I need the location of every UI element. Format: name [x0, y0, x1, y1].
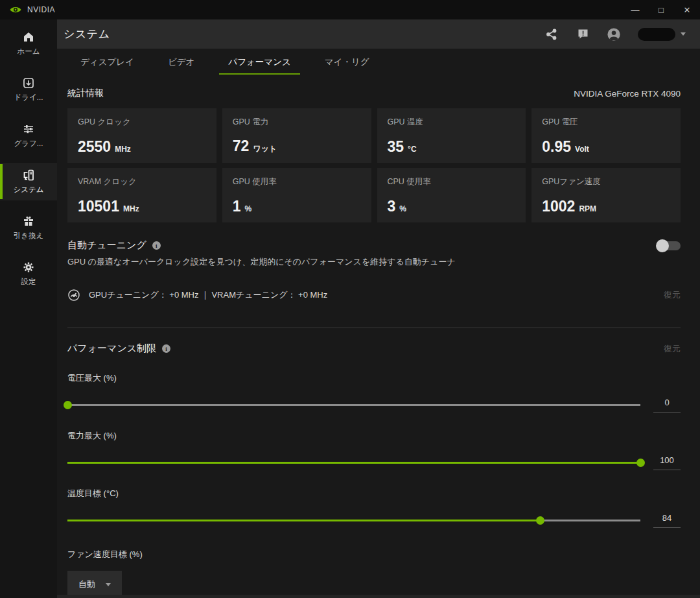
tab-video[interactable]: ビデオ [151, 49, 211, 76]
stats-section-title: 統計情報 [67, 88, 104, 99]
stat-card-gpu-power: GPU 電力 72ワット [222, 108, 371, 163]
sidebar-item-drivers[interactable]: ドライ... [0, 71, 57, 108]
temp-target-slider-group: 温度目標 (°C) 84 [67, 488, 681, 528]
tab-my-rig[interactable]: マイ・リグ [308, 49, 386, 76]
settings-gear-icon [22, 261, 35, 274]
slider-label: 温度目標 (°C) [67, 488, 681, 499]
graphics-sliders-icon [22, 123, 35, 136]
stat-card-gpu-clock: GPU クロック 2550MHz [67, 108, 216, 163]
slider-label: 電圧最大 (%) [67, 372, 681, 384]
power-max-value[interactable]: 100 [653, 455, 681, 470]
stat-card-gpu-fan-speed: GPUファン速度 1002RPM [531, 168, 681, 222]
performance-limits-title: パフォーマンス制限 [67, 342, 156, 355]
account-name-redacted [638, 28, 675, 41]
stats-cards-grid: GPU クロック 2550MHz GPU 電力 72ワット GPU 温度 35°… [67, 108, 681, 222]
section-divider [67, 328, 681, 328]
auto-tuning-section: 自動チューニング i GPU の最適なオーバークロック設定を見つけ、定期的にその… [67, 239, 681, 302]
driver-download-icon [22, 77, 35, 90]
sidebar-item-graphics[interactable]: グラフ... [0, 117, 57, 154]
performance-limits-restore-button[interactable]: 復元 [664, 343, 681, 355]
auto-tuning-title: 自動チューニング [67, 239, 146, 252]
stat-card-gpu-temp: GPU 温度 35°C [377, 108, 526, 163]
redeem-gift-icon [22, 215, 35, 228]
feedback-icon[interactable] [576, 27, 590, 42]
fan-speed-target-group: ファン速度目標 (%) 自動 [67, 549, 681, 598]
chevron-down-icon [106, 583, 111, 586]
home-icon [22, 30, 35, 43]
title-bar: NVIDIA — □ ✕ [0, 0, 700, 19]
account-menu[interactable] [638, 28, 686, 41]
fan-speed-label: ファン速度目標 (%) [67, 549, 681, 560]
tab-performance[interactable]: パフォーマンス [211, 49, 307, 76]
maximize-button[interactable]: □ [656, 6, 666, 14]
voltage-max-slider[interactable] [67, 401, 640, 409]
next-section-edge [57, 595, 700, 598]
stat-card-gpu-voltage: GPU 電圧 0.95Volt [531, 108, 681, 163]
sidebar-item-redeem[interactable]: 引き換え [0, 209, 57, 246]
temp-target-slider[interactable] [67, 516, 640, 525]
slider-knob[interactable] [636, 459, 645, 467]
chevron-down-icon [681, 32, 686, 36]
info-icon[interactable]: i [162, 344, 170, 353]
sidebar-item-home[interactable]: ホーム [0, 25, 57, 62]
auto-tuning-toggle[interactable] [656, 241, 681, 251]
gpu-name: NVIDIA GeForce RTX 4090 [574, 89, 681, 99]
fan-mode-selected: 自動 [78, 579, 95, 590]
minimize-button[interactable]: — [630, 6, 640, 14]
voltage-max-value[interactable]: 0 [653, 398, 681, 413]
auto-tuning-restore-button[interactable]: 復元 [664, 289, 681, 301]
performance-panel: 統計情報 NVIDIA GeForce RTX 4090 GPU クロック 25… [57, 76, 700, 598]
page-title: システム [64, 27, 110, 42]
app-title: NVIDIA [27, 5, 55, 14]
gauge-icon [67, 289, 80, 302]
slider-knob[interactable] [64, 401, 72, 409]
stat-card-gpu-usage: GPU 使用率 1% [222, 168, 371, 222]
nvidia-logo-icon [9, 5, 22, 14]
tab-display[interactable]: ディスプレイ [64, 49, 151, 76]
close-button[interactable]: ✕ [682, 6, 692, 14]
power-max-slider-group: 電力最大 (%) 100 [67, 430, 681, 470]
tuning-status: GPUチューニング： +0 MHz ｜ VRAMチューニング： +0 MHz [89, 289, 327, 301]
sidebar-item-settings[interactable]: 設定 [0, 255, 57, 293]
tab-bar: ディスプレイ ビデオ パフォーマンス マイ・リグ [57, 49, 700, 76]
slider-knob[interactable] [536, 516, 544, 525]
power-max-slider[interactable] [67, 459, 640, 467]
slider-label: 電力最大 (%) [67, 430, 681, 442]
share-icon[interactable] [544, 27, 559, 42]
voltage-max-slider-group: 電圧最大 (%) 0 [67, 372, 681, 413]
sidebar-item-system[interactable]: システム [0, 163, 57, 200]
sidebar: ホーム ドライ... グラフ... システム [0, 19, 57, 598]
system-icon [22, 169, 35, 182]
fan-mode-dropdown[interactable]: 自動 [67, 571, 122, 598]
auto-tuning-description: GPU の最適なオーバークロック設定を見つけ、定期的にそのパフォーマンスを維持す… [67, 256, 681, 268]
stat-card-cpu-usage: CPU 使用率 3% [377, 168, 526, 222]
avatar[interactable] [607, 27, 621, 42]
temp-target-value[interactable]: 84 [653, 513, 681, 528]
performance-limits-section: パフォーマンス制限 i 復元 電圧最大 (%) 0 電力最大 ( [67, 342, 681, 598]
page-header: システム [57, 19, 700, 49]
info-icon[interactable]: i [152, 241, 161, 250]
stat-card-vram-clock: VRAM クロック 10501MHz [67, 168, 216, 222]
